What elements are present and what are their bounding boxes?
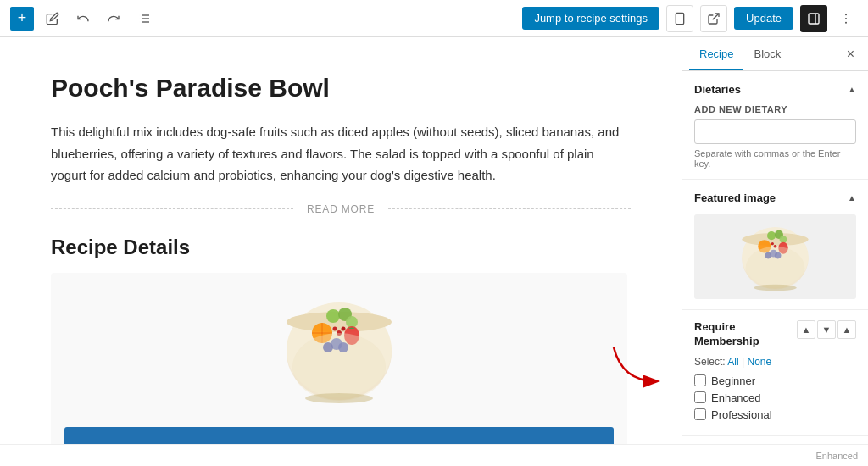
featured-image-title: Featured image — [694, 191, 776, 204]
view-post-button[interactable] — [700, 5, 727, 32]
tab-recipe[interactable]: Recipe — [689, 37, 743, 70]
svg-point-31 — [305, 393, 373, 403]
featured-image-chevron: ▲ — [848, 193, 856, 202]
require-membership-section: Require Membership ▲ ▼ ▲ Select: All | N… — [682, 310, 868, 436]
read-more-divider: READ MORE — [51, 203, 631, 215]
dietaries-chevron: ▲ — [848, 85, 856, 94]
svg-point-19 — [346, 316, 358, 328]
enhanced-label[interactable]: Enhanced — [711, 391, 761, 404]
tab-block[interactable]: Block — [743, 37, 791, 70]
read-more-text[interactable]: READ MORE — [307, 203, 375, 215]
svg-point-29 — [342, 326, 346, 330]
dietaries-section-header[interactable]: Dietaries ▲ — [694, 81, 856, 97]
beginner-checkbox[interactable] — [694, 374, 706, 386]
dietary-label: ADD NEW DIETARY — [694, 104, 856, 114]
dietary-hint: Separate with commas or the Enter key. — [694, 148, 856, 169]
select-none-link[interactable]: None — [748, 356, 772, 368]
edit-tool-button[interactable] — [41, 7, 64, 31]
professional-checkbox[interactable] — [694, 408, 706, 420]
status-label: Enhanced — [815, 451, 858, 461]
status-bar: Enhanced — [0, 444, 868, 466]
beginner-label[interactable]: Beginner — [711, 374, 755, 387]
svg-point-37 — [780, 236, 787, 243]
sidebar: Recipe Block × Dietaries ▲ ADD NEW DIETA… — [682, 37, 868, 444]
svg-point-30 — [292, 333, 386, 401]
more-options-button[interactable] — [834, 7, 858, 31]
svg-rect-6 — [676, 13, 683, 24]
close-sidebar-button[interactable]: × — [840, 40, 861, 69]
section-title[interactable]: Recipe Details — [51, 236, 631, 259]
professional-label[interactable]: Professional — [711, 408, 772, 421]
membership-move-down-btn[interactable]: ▼ — [817, 320, 836, 339]
svg-point-44 — [771, 242, 774, 245]
svg-line-8 — [713, 14, 719, 19]
svg-point-45 — [746, 246, 805, 289]
membership-professional-row: Professional — [694, 408, 856, 421]
svg-point-17 — [326, 309, 340, 323]
update-button[interactable]: Update — [734, 7, 793, 30]
recipe-bowl-image — [275, 286, 403, 413]
svg-point-35 — [767, 231, 776, 240]
membership-enhanced-row: Enhanced — [694, 391, 856, 404]
undo-button[interactable] — [71, 7, 95, 31]
list-view-button[interactable] — [132, 7, 156, 31]
sidebar-tabs: Recipe Block × — [682, 37, 868, 71]
svg-rect-9 — [809, 14, 819, 24]
svg-point-28 — [333, 326, 337, 330]
preview-tablet-button[interactable] — [666, 5, 693, 32]
membership-beginner-row: Beginner — [694, 374, 856, 387]
toolbar: + Jump to recipe settings Update — [0, 0, 868, 37]
svg-point-13 — [845, 21, 847, 23]
jump-to-recipe-button[interactable]: Jump to recipe settings — [522, 7, 659, 30]
select-row: Select: All | None — [694, 356, 856, 368]
featured-image-section: Featured image ▲ — [682, 180, 868, 310]
select-label: Select: — [694, 356, 726, 368]
featured-image-bowl — [735, 217, 815, 297]
blue-bar — [64, 427, 614, 445]
membership-header: Require Membership ▲ ▼ ▲ — [694, 320, 856, 349]
post-content[interactable]: This delightful mix includes dog-safe fr… — [51, 121, 627, 186]
post-title[interactable]: Pooch's Paradise Bowl — [51, 71, 631, 104]
membership-move-up-btn[interactable]: ▲ — [837, 320, 856, 339]
divider-line-left — [51, 208, 293, 209]
membership-collapse-btn[interactable]: ▲ — [797, 320, 815, 339]
toolbar-right: Jump to recipe settings Update — [522, 5, 858, 32]
main-layout: Pooch's Paradise Bowl This delightful mi… — [0, 37, 868, 444]
sidebar-toggle-button[interactable] — [800, 5, 827, 32]
enhanced-checkbox[interactable] — [694, 391, 706, 403]
dietary-input[interactable] — [694, 119, 856, 144]
featured-image-container[interactable] — [694, 214, 856, 299]
dietaries-title: Dietaries — [694, 83, 741, 96]
recipe-details-box — [51, 273, 627, 445]
redo-button[interactable] — [102, 7, 125, 31]
toolbar-left: + — [10, 7, 515, 31]
svg-point-46 — [754, 284, 797, 291]
dietaries-section: Dietaries ▲ ADD NEW DIETARY Separate wit… — [682, 71, 868, 180]
svg-point-11 — [845, 14, 847, 15]
recipe-image-container — [64, 286, 614, 413]
svg-point-12 — [845, 18, 847, 19]
featured-image-header[interactable]: Featured image ▲ — [694, 190, 856, 206]
membership-controls: ▲ ▼ ▲ — [797, 320, 856, 339]
add-block-button[interactable]: + — [10, 7, 34, 31]
editor-area: Pooch's Paradise Bowl This delightful mi… — [0, 37, 682, 444]
membership-title: Require Membership — [694, 320, 797, 349]
select-all-link[interactable]: All — [727, 356, 738, 368]
divider-line-right — [388, 208, 631, 209]
